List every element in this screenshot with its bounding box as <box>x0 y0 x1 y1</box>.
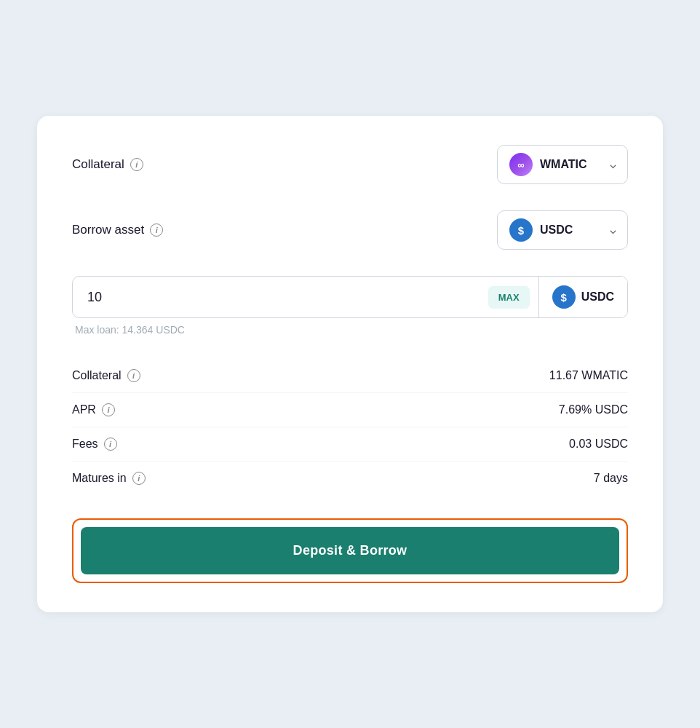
detail-fees-label-group: Fees i <box>72 438 117 451</box>
collateral-info-icon[interactable]: i <box>130 158 143 171</box>
detail-collateral-value: 11.67 WMATIC <box>549 369 628 382</box>
borrow-asset-label-text: Borrow asset <box>72 223 144 237</box>
deposit-borrow-button[interactable]: Deposit & Borrow <box>81 527 619 574</box>
collateral-label-text: Collateral <box>72 157 124 172</box>
detail-matures-label-group: Matures in i <box>72 472 146 485</box>
collateral-token-label: WMATIC <box>540 158 587 171</box>
collateral-field-label: Collateral i <box>72 157 143 172</box>
input-usdc-icon: $ <box>552 285 576 309</box>
detail-matures-label: Matures in <box>72 472 127 485</box>
detail-fees-value: 0.03 USDC <box>569 438 628 451</box>
borrow-chevron-icon: ⌵ <box>610 224 616 236</box>
detail-apr-value: 7.69% USDC <box>559 403 628 416</box>
collateral-chevron-icon: ⌵ <box>610 159 616 170</box>
collateral-token-dropdown[interactable]: ∞ WMATIC ⌵ <box>497 145 628 184</box>
borrow-card: Collateral i ∞ WMATIC ⌵ Borrow asset i $… <box>37 116 663 612</box>
input-token-name: USDC <box>581 290 614 304</box>
detail-apr-row: APR i 7.69% USDC <box>72 393 628 427</box>
detail-fees-info-icon[interactable]: i <box>104 438 117 451</box>
borrow-token-dropdown[interactable]: $ USDC ⌵ <box>497 210 628 250</box>
borrow-asset-info-icon[interactable]: i <box>150 223 163 237</box>
detail-apr-info-icon[interactable]: i <box>102 403 115 416</box>
info-rows: Collateral i 11.67 WMATIC APR i 7.69% US… <box>72 359 628 495</box>
max-button[interactable]: MAX <box>488 286 530 309</box>
borrow-asset-row: Borrow asset i $ USDC ⌵ <box>72 210 628 250</box>
collateral-row: Collateral i ∞ WMATIC ⌵ <box>72 145 628 184</box>
detail-matures-value: 7 days <box>594 472 628 485</box>
borrow-token-label: USDC <box>540 223 573 237</box>
amount-input[interactable] <box>73 278 488 317</box>
amount-input-section: MAX $ USDC Max loan: 14.364 USDC <box>72 276 628 336</box>
detail-matures-row: Matures in i 7 days <box>72 462 628 495</box>
detail-fees-label: Fees <box>72 438 98 451</box>
detail-fees-row: Fees i 0.03 USDC <box>72 427 628 462</box>
detail-apr-label-group: APR i <box>72 403 115 416</box>
amount-input-row: MAX $ USDC <box>72 276 628 318</box>
detail-collateral-label: Collateral <box>72 369 122 382</box>
cta-wrapper: Deposit & Borrow <box>72 518 628 583</box>
input-token-display: $ USDC <box>538 277 627 317</box>
usdc-icon: $ <box>509 218 533 242</box>
wmatic-icon: ∞ <box>509 153 533 176</box>
detail-apr-label: APR <box>72 403 96 416</box>
detail-matures-info-icon[interactable]: i <box>132 472 146 485</box>
borrow-asset-field-label: Borrow asset i <box>72 223 163 237</box>
detail-collateral-row: Collateral i 11.67 WMATIC <box>72 359 628 393</box>
max-loan-text: Max loan: 14.364 USDC <box>72 324 628 336</box>
detail-collateral-label-group: Collateral i <box>72 369 140 382</box>
detail-collateral-info-icon[interactable]: i <box>127 369 140 382</box>
